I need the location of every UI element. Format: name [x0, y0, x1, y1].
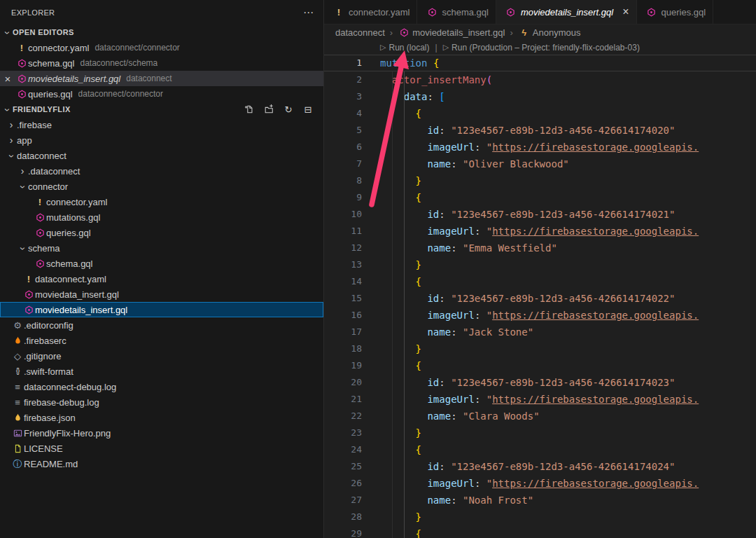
tab-queries-gql[interactable]: queries.gql [637, 0, 714, 24]
code-line-2[interactable]: 2 actor_insertMany( [324, 71, 756, 88]
code-line-27[interactable]: 27 name: "Noah Frost" [324, 492, 756, 509]
file-firebase-json[interactable]: firebase.json [0, 410, 323, 425]
code-line-22[interactable]: 22 name: "Clara Woods" [324, 408, 756, 425]
open-editor-schema-gql[interactable]: schema.gqldataconnect/schema [0, 55, 323, 71]
file-swift-format[interactable]: {}.swift-format [0, 364, 323, 379]
folder-schema[interactable]: ›schema [0, 240, 323, 256]
code-line-16[interactable]: 16 imageUrl: "https://firebasestorage.go… [324, 307, 756, 324]
close-icon[interactable]: × [622, 6, 629, 18]
code-line-29[interactable]: 29 { [324, 525, 756, 538]
file-queries-gql[interactable]: queries.gql [0, 225, 323, 240]
file-firebase-debug-log[interactable]: ≡firebase-debug.log [0, 394, 323, 410]
code-line-4[interactable]: 4 { [324, 105, 756, 122]
code-line-10[interactable]: 10 id: "123e4567-e89b-12d3-a456-42661417… [324, 206, 756, 223]
code-line-7[interactable]: 7 name: "Oliver Blackwood" [324, 156, 756, 172]
file-moviedata-insert-gql[interactable]: moviedata_insert.gql [0, 287, 323, 302]
code-line-13[interactable]: 13 } [324, 256, 756, 273]
line-number: 20 [324, 374, 362, 391]
line-number: 26 [324, 475, 362, 492]
file-mutations-gql[interactable]: mutations.gql [0, 209, 323, 225]
warning-icon: ! [332, 8, 345, 17]
file-license[interactable]: LICENSE [0, 441, 323, 456]
folder-firebase[interactable]: ›.firebase [0, 117, 323, 132]
file-dataconnect-yaml[interactable]: !dataconnect.yaml [0, 271, 323, 287]
tab-connector-yaml[interactable]: !connector.yaml [324, 0, 417, 24]
line-number: 9 [324, 189, 362, 206]
file-name: mutations.gql [46, 212, 100, 223]
code-line-14[interactable]: 14 { [324, 273, 756, 290]
code-line-3[interactable]: 3 data: [ [324, 88, 756, 105]
code-line-20[interactable]: 20 id: "123e4567-e89b-12d3-a456-42661417… [324, 374, 756, 391]
code-editor[interactable]: ▷Run (local) | ▷Run (Production – Projec… [324, 40, 756, 538]
breadcrumb: dataconnect›moviedetails_insert.gql›ϟAno… [324, 25, 756, 40]
graphql-icon [15, 59, 28, 68]
file-readme-md[interactable]: ⓘREADME.md [0, 456, 323, 471]
code-line-12[interactable]: 12 name: "Emma Westfield" [324, 240, 756, 256]
file-name: connector.yaml [46, 197, 107, 207]
open-editor-moviedetails-insert-gql[interactable]: ×moviedetails_insert.gqldataconnect [0, 71, 323, 86]
info-icon: ⓘ [11, 460, 24, 469]
code-line-5[interactable]: 5 id: "123e4567-e89b-12d3-a456-426614174… [324, 122, 756, 139]
code-line-21[interactable]: 21 imageUrl: "https://firebasestorage.go… [324, 391, 756, 408]
file-editorconfig[interactable]: ⚙.editorconfig [0, 317, 323, 333]
project-section-header[interactable]: › FRIENDLYFLIX ↻ ⊟ [0, 102, 323, 117]
code-line-8[interactable]: 8 } [324, 172, 756, 189]
folder-dataconnect[interactable]: ›.dataconnect [0, 163, 323, 179]
new-file-icon[interactable] [244, 104, 255, 115]
file-dataconnect-debug-log[interactable]: ≡dataconnect-debug.log [0, 379, 323, 394]
code-lines: 1mutation {2 actor_insertMany(3 data: [4… [324, 55, 756, 538]
open-editor-queries-gql[interactable]: queries.gqldataconnect/connector [0, 86, 323, 102]
file-tree: ›.firebase›app›dataconnect›.dataconnect›… [0, 117, 323, 471]
code-line-9[interactable]: 9 { [324, 189, 756, 206]
event-icon: ϟ [518, 28, 531, 37]
close-icon[interactable]: × [5, 73, 11, 85]
open-editor-connector-yaml[interactable]: !connector.yamldataconnect/connector [0, 40, 323, 55]
flame-yellow-icon [11, 413, 24, 422]
file-gitignore[interactable]: ◇.gitignore [0, 348, 323, 364]
folder-app[interactable]: ›app [0, 132, 323, 148]
file-schema-gql[interactable]: schema.gql [0, 256, 323, 271]
code-line-19[interactable]: 19 { [324, 357, 756, 374]
breadcrumb-item-moviedetails-insert-gql[interactable]: moviedetails_insert.gql [398, 27, 505, 38]
tab-label: connector.yaml [349, 7, 410, 18]
file-path: dataconnect/schema [80, 58, 158, 68]
file-moviedetails-insert-gql[interactable]: moviedetails_insert.gql [0, 302, 323, 317]
tab-moviedetails-insert-gql[interactable]: moviedetails_insert.gql× [496, 0, 637, 24]
more-actions-icon[interactable]: ⋯ [303, 6, 314, 19]
line-number: 22 [324, 408, 362, 425]
code-line-11[interactable]: 11 imageUrl: "https://firebasestorage.go… [324, 223, 756, 240]
file-firebaserc[interactable]: .firebaserc [0, 333, 323, 348]
folder-dataconnect[interactable]: ›dataconnect [0, 148, 323, 163]
file-connector-yaml[interactable]: !connector.yaml [0, 194, 323, 209]
code-line-18[interactable]: 18 } [324, 340, 756, 357]
code-line-23[interactable]: 23 } [324, 425, 756, 441]
folder-connector[interactable]: ›connector [0, 179, 323, 194]
code-line-26[interactable]: 26 imageUrl: "https://firebasestorage.go… [324, 475, 756, 492]
code-line-24[interactable]: 24 { [324, 441, 756, 458]
code-line-28[interactable]: 28 } [324, 509, 756, 525]
breadcrumb-item-anonymous[interactable]: ϟAnonymous [518, 27, 581, 38]
run-production-link[interactable]: ▷Run (Production – Project: friendly-fli… [443, 43, 640, 53]
code-line-17[interactable]: 17 name: "Jack Stone" [324, 324, 756, 340]
play-icon: ▷ [380, 43, 386, 52]
tab-schema-gql[interactable]: schema.gql [417, 0, 496, 24]
run-local-link[interactable]: ▷Run (local) [380, 43, 430, 53]
chevron-down-icon: › [18, 181, 29, 193]
file-name: app [17, 135, 32, 146]
code-line-25[interactable]: 25 id: "123e4567-e89b-12d3-a456-42661417… [324, 458, 756, 475]
braces-icon: {} [11, 368, 24, 375]
breadcrumb-item-dataconnect[interactable]: dataconnect [335, 27, 385, 38]
graphql-icon [398, 28, 410, 37]
flame-orange-icon [11, 336, 24, 345]
file-name: schema [28, 243, 60, 254]
new-folder-icon[interactable] [263, 104, 274, 115]
file-friendlyflix-hero-png[interactable]: FriendlyFlix-Hero.png [0, 425, 323, 441]
file-name: moviedetails_insert.gql [28, 74, 120, 84]
code-line-1[interactable]: 1mutation { [324, 55, 756, 71]
code-line-15[interactable]: 15 id: "123e4567-e89b-12d3-a456-42661417… [324, 290, 756, 307]
open-editors-section-header[interactable]: › OPEN EDITORS [0, 25, 323, 40]
refresh-icon[interactable]: ↻ [283, 104, 294, 115]
collapse-all-icon[interactable]: ⊟ [302, 104, 314, 115]
run-production-label: Run (Production – Project: friendly-flix… [451, 43, 640, 53]
code-line-6[interactable]: 6 imageUrl: "https://firebasestorage.goo… [324, 139, 756, 156]
